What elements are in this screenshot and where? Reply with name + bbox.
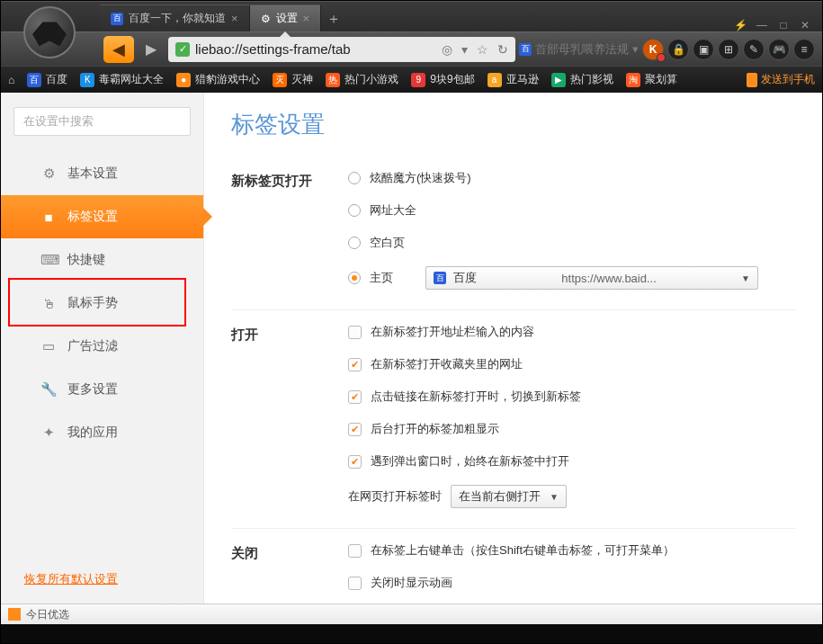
checkbox-row[interactable]: 在新标签打开收藏夹里的网址 [348,355,795,373]
toolbar: ◀ ▶ ✓ liebao://settings-frame/tab ◎ ▾ ☆ … [1,31,822,66]
bookmark-item[interactable]: 99块9包邮 [411,72,474,87]
restore-defaults-link[interactable]: 恢复所有默认设置 [24,571,118,587]
checkbox-icon [348,455,362,469]
homepage-dropdown[interactable]: 百百度https://www.baid...▼ [425,266,758,290]
tab-baidu[interactable]: 百 百度一下，你就知道 × [100,4,250,31]
checkbox-label: 在标签上右键单击（按住Shift右键单击标签，可打开菜单） [371,542,675,559]
video-icon[interactable]: ▣ [693,39,714,60]
bookmark-icon: 百 [27,73,41,87]
checkbox-row[interactable]: 后台打开的标签加粗显示 [348,420,795,438]
game-icon[interactable]: 🎮 [768,39,790,60]
titlebar: 百 百度一下，你就知道 × ⚙ 设置 × ＋ ⚡ — □ ✕ [1,1,822,31]
sidebar-icon: ▭ [40,338,57,354]
position-label: 在网页打开标签时 [348,488,442,505]
tab-settings[interactable]: ⚙ 设置 × [250,4,322,31]
checkbox-row[interactable]: 遇到弹出窗口时，始终在新标签中打开 [348,452,795,470]
bookmark-icon: ● [176,73,191,87]
sidebar-icon: ✦ [40,425,57,441]
dropdown-icon[interactable]: ▾ [632,42,639,56]
checkbox-row[interactable]: 在新标签打开地址栏输入的内容 [348,323,795,341]
checkbox-row[interactable]: 在标签上右键单击（按住Shift右键单击标签，可打开菜单） [348,541,795,559]
bookmark-label: 毒霸网址大全 [99,72,164,87]
search-placeholder: 在设置中搜索 [23,113,94,130]
bookmark-item[interactable]: 百百度 [27,72,67,87]
page-title: 标签设置 [231,109,795,140]
sidebar-item-4[interactable]: ▭广告过滤 [1,325,203,368]
back-button[interactable]: ◀ [103,36,134,63]
site-icon[interactable]: ◎ [442,42,452,57]
bookmark-item[interactable]: 淘聚划算 [626,72,677,87]
sidebar-item-6[interactable]: ✦我的应用 [1,411,203,454]
settings-sidebar: 在设置中搜索 ⚙基本设置■标签设置⌨快捷键🖱鼠标手势▭广告过滤🔧更多设置✦我的应… [1,93,204,604]
shop-icon[interactable]: ⊞ [718,39,739,60]
bookmark-item[interactable]: 灭灭神 [273,72,313,87]
minimize-button[interactable]: — [754,19,770,31]
dropdown-icon[interactable]: ▾ [461,42,468,57]
homepage-name: 百度 [453,270,477,286]
settings-main: 标签设置 新标签页打开 炫酷魔方(快速拨号)网址大全空白页主页百百度https:… [204,93,822,604]
checkbox-icon [348,326,362,339]
tab-label: 百度一下，你就知道 [129,11,226,26]
wand-icon[interactable]: ✎ [743,39,765,60]
sidebar-item-1[interactable]: ■标签设置 [1,195,203,238]
reload-icon[interactable]: ↻ [497,42,508,57]
radio-row[interactable]: 网址大全 [348,201,795,219]
lightning-icon[interactable]: ⚡ [732,19,748,31]
bookmark-item[interactable]: K毒霸网址大全 [80,72,164,87]
send-to-phone[interactable]: 发送到手机 [747,72,815,87]
settings-search-input[interactable]: 在设置中搜索 [13,107,191,136]
address-bar[interactable]: ✓ liebao://settings-frame/tab ◎ ▾ ☆ ↻ [168,37,515,62]
baidu-favicon: 百 [519,43,532,56]
address-text: liebao://settings-frame/tab [195,41,436,57]
bookmark-item[interactable]: ●猎豹游戏中心 [176,72,260,87]
bookmark-item[interactable]: a亚马逊 [488,72,539,87]
close-window-button[interactable]: ✕ [797,19,813,31]
checkbox-icon [348,577,362,590]
bookmark-label: 亚马逊 [506,72,539,87]
close-icon[interactable]: × [303,12,310,25]
radio-row[interactable]: 炫酷魔方(快速拨号) [348,169,795,187]
trending-search[interactable]: 百 首部母乳喂养法规 ▾ [519,41,639,58]
radio-label: 主页 [370,270,393,286]
bookmark-label: 猎豹游戏中心 [195,72,260,87]
forward-button[interactable]: ▶ [138,38,165,61]
checkbox-row[interactable]: 关闭时显示动画 [348,574,795,592]
status-text[interactable]: 今日优选 [26,607,69,622]
sidebar-icon: 🖱 [40,296,57,311]
maximize-button[interactable]: □ [775,19,792,31]
sidebar-label: 更多设置 [67,381,118,398]
sidebar-item-3[interactable]: 🖱鼠标手势 [1,282,203,325]
bookmark-icon: 灭 [273,73,287,87]
bookmark-item[interactable]: ▶热门影视 [551,72,613,87]
baidu-favicon: 百 [111,13,123,25]
radio-row[interactable]: 主页百百度https://www.baid...▼ [348,266,795,290]
open-position-dropdown[interactable]: 在当前右侧打开▼ [451,485,567,508]
close-icon[interactable]: × [231,12,238,25]
sidebar-icon: ⌨ [40,252,57,268]
checkbox-label: 遇到弹出窗口时，始终在新标签中打开 [371,453,569,470]
bookmark-item[interactable]: 热热门小游戏 [326,72,398,87]
chevron-down-icon: ▼ [550,492,559,502]
trending-text: 首部母乳喂养法规 [535,41,629,58]
new-tab-button[interactable]: ＋ [321,6,346,31]
sidebar-item-0[interactable]: ⚙基本设置 [1,152,203,195]
section-label: 新标签页打开 [231,169,348,290]
home-icon[interactable]: ⌂ [8,74,14,86]
menu-icon[interactable]: ≡ [793,39,815,60]
checkbox-label: 关闭时显示动画 [371,575,452,591]
sidebar-label: 基本设置 [67,165,118,182]
checkbox-row[interactable]: 点击链接在新标签打开时，切换到新标签 [348,388,795,406]
sidebar-icon: ⚙ [40,165,57,182]
checkbox-label: 点击链接在新标签打开时，切换到新标签 [371,389,581,405]
favorite-icon[interactable]: ☆ [477,42,488,57]
radio-row[interactable]: 空白页 [348,234,795,252]
sidebar-item-2[interactable]: ⌨快捷键 [1,238,203,282]
gear-icon: ⚙ [261,13,271,25]
content-area: 在设置中搜索 ⚙基本设置■标签设置⌨快捷键🖱鼠标手势▭广告过滤🔧更多设置✦我的应… [1,93,822,624]
radio-label: 网址大全 [370,202,416,219]
checkbox-icon [348,358,362,371]
k-icon-wrap[interactable]: K [642,39,664,60]
lock-icon[interactable]: 🔒 [667,39,689,60]
checkbox-icon [348,423,362,436]
sidebar-item-5[interactable]: 🔧更多设置 [1,368,203,411]
